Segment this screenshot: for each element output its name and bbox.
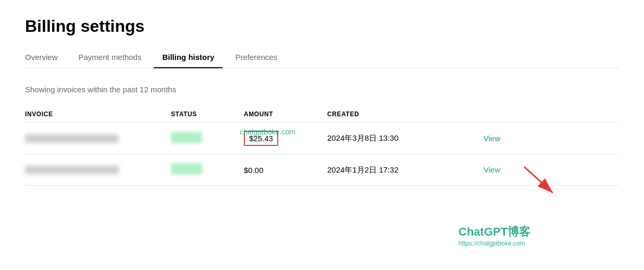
svg-line-1 [524, 167, 553, 193]
tab-billing-history[interactable]: Billing history [154, 46, 222, 68]
page-title: Billing settings [25, 17, 619, 36]
amount-cell-2: $0.00 [244, 166, 327, 175]
status-cell-2 [171, 163, 244, 177]
watermark-3: https://chatgptboke.com [459, 240, 525, 247]
date-cell-2: 2024年1月2日 17:32 [327, 165, 484, 175]
col-header-amount: AMOUNT [244, 111, 327, 118]
tab-overview[interactable]: Overview [25, 46, 66, 68]
invoice-cell-2 [25, 166, 171, 174]
watermark-1: chatgptboke.com [240, 128, 295, 136]
invoice-id-blurred-2 [25, 166, 119, 174]
status-badge-blurred-2 [171, 163, 202, 175]
table-row: $25.43 2024年3月8日 13:30 View [25, 122, 619, 155]
date-cell-1: 2024年3月8日 13:30 [327, 133, 484, 143]
watermark-2: ChatGPT博客 [459, 224, 530, 240]
action-cell-1: View [484, 134, 619, 143]
status-cell-1 [171, 132, 244, 145]
col-header-created: CREATED [327, 111, 484, 118]
status-badge-blurred-1 [171, 132, 202, 143]
col-header-status: STATUS [171, 111, 244, 118]
tab-preferences[interactable]: Preferences [227, 46, 286, 68]
col-header-action [484, 111, 619, 118]
tabs-nav: Overview Payment methods Billing history… [25, 46, 619, 68]
col-header-invoice: INVOICE [25, 111, 171, 118]
invoices-subtitle: Showing invoices within the past 12 mont… [25, 85, 619, 94]
tab-payment-methods[interactable]: Payment methods [70, 46, 150, 68]
table-header: INVOICE STATUS AMOUNT CREATED [25, 106, 619, 122]
view-link-2[interactable]: View [484, 165, 500, 174]
invoice-cell-1 [25, 134, 171, 143]
arrow-indicator [519, 162, 561, 203]
amount-value-2: $0.00 [244, 166, 264, 175]
view-link-1[interactable]: View [484, 134, 500, 143]
invoice-id-blurred-1 [25, 134, 119, 143]
